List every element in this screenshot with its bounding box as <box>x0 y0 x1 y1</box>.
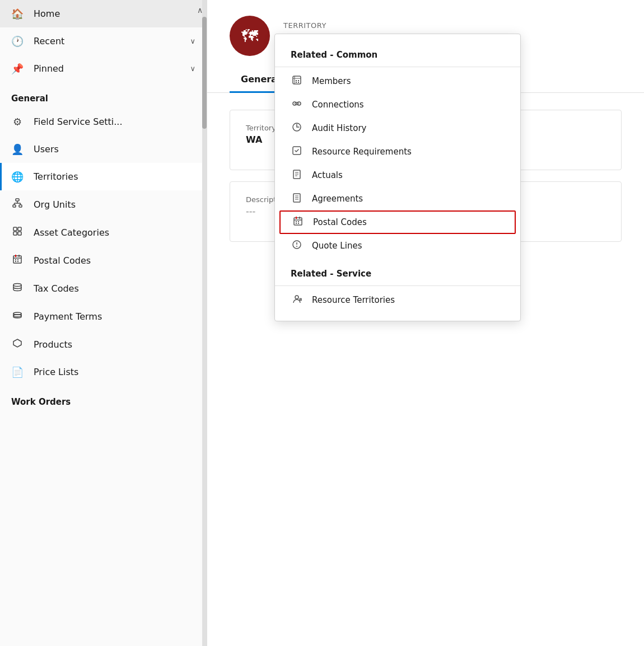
agreements-label: Agreements <box>312 194 363 204</box>
svg-rect-50 <box>296 223 297 224</box>
postal-codes-dropdown-label: Postal Codes <box>313 217 367 227</box>
dropdown-common-title: Related - Common <box>275 43 520 64</box>
sidebar-home-label: Home <box>34 8 195 19</box>
sidebar-item-recent[interactable]: 🕐 Recent ∨ <box>0 27 207 55</box>
sidebar-scroll-up[interactable]: ∧ <box>193 0 207 20</box>
sidebar-work-orders-title: Work Orders <box>0 386 207 411</box>
sidebar-item-tax-codes[interactable]: Tax Codes <box>0 274 207 302</box>
svg-rect-0 <box>16 199 19 201</box>
connections-icon <box>291 99 303 111</box>
record-type-label: TERRITORY <box>283 21 326 30</box>
sidebar-org-units-label: Org Units <box>34 199 195 210</box>
asset-categories-icon <box>11 226 24 238</box>
resource-requirements-icon <box>291 146 303 158</box>
dropdown-item-agreements[interactable]: Agreements <box>275 187 520 210</box>
dropdown-item-postal-codes[interactable]: Postal Codes <box>279 210 516 234</box>
quote-lines-label: Quote Lines <box>312 241 362 251</box>
sidebar-general-title: General <box>0 82 207 108</box>
dropdown-item-resource-territories[interactable]: Resource Territories <box>275 288 520 312</box>
svg-point-55 <box>295 296 298 299</box>
payment-terms-icon <box>11 310 24 322</box>
sidebar-item-field-service-settings[interactable]: ⚙ Field Service Setti... <box>0 108 207 135</box>
svg-point-19 <box>13 284 21 287</box>
svg-rect-2 <box>19 205 22 207</box>
sidebar-asset-categories-label: Asset Categories <box>34 227 195 238</box>
sidebar-item-payment-terms[interactable]: Payment Terms <box>0 302 207 330</box>
dropdown-item-audit-history[interactable]: Audit History <box>275 116 520 140</box>
svg-point-21 <box>13 315 21 317</box>
recent-icon: 🕐 <box>11 35 24 47</box>
dropdown-item-actuals[interactable]: Actuals <box>275 163 520 187</box>
dropdown-item-quote-lines[interactable]: Quote Lines <box>275 234 520 258</box>
sidebar-item-territories[interactable]: 🌐 Territories <box>0 163 207 190</box>
org-units-icon <box>11 198 24 210</box>
sidebar-item-asset-categories[interactable]: Asset Categories <box>0 218 207 246</box>
divider-2 <box>275 285 520 286</box>
sidebar-users-label: Users <box>34 144 195 155</box>
sidebar-pinned-label: Pinned <box>34 63 180 74</box>
pinned-chevron-icon: ∨ <box>190 64 195 73</box>
sidebar-item-postal-codes[interactable]: Postal Codes <box>0 246 207 274</box>
sidebar-item-products[interactable]: Products <box>0 330 207 358</box>
svg-rect-7 <box>13 227 17 231</box>
dropdown-item-members[interactable]: Members <box>275 69 520 93</box>
sidebar-item-users[interactable]: 👤 Users <box>0 135 207 163</box>
svg-rect-17 <box>15 261 16 262</box>
agreements-icon <box>291 193 303 205</box>
svg-rect-8 <box>18 227 21 231</box>
home-icon: 🏠 <box>11 8 24 20</box>
members-icon <box>291 75 303 87</box>
dropdown-panel: Related - Common Members <box>274 34 521 321</box>
audit-history-icon <box>291 122 303 134</box>
dropdown-service-title: Related - Service <box>275 262 520 283</box>
sidebar-territories-label: Territories <box>34 171 195 182</box>
sidebar-tax-codes-label: Tax Codes <box>34 283 195 294</box>
members-label: Members <box>312 76 351 86</box>
actuals-label: Actuals <box>312 170 343 180</box>
tax-codes-icon <box>11 282 24 294</box>
dropdown-item-resource-requirements[interactable]: Resource Requirements <box>275 140 520 163</box>
sidebar-payment-terms-label: Payment Terms <box>34 311 195 322</box>
dropdown-item-connections[interactable]: Connections <box>275 93 520 116</box>
sidebar-recent-label: Recent <box>34 36 180 46</box>
svg-rect-51 <box>298 223 299 224</box>
recent-chevron-icon: ∨ <box>190 37 195 45</box>
svg-rect-1 <box>13 205 16 207</box>
svg-rect-15 <box>15 259 16 260</box>
svg-rect-16 <box>17 259 18 260</box>
resource-territories-icon <box>291 294 303 306</box>
price-lists-icon: 📄 <box>11 366 24 378</box>
sidebar-products-label: Products <box>34 339 195 350</box>
svg-rect-31 <box>298 82 299 83</box>
main-content: 🗺 TERRITORY WA General Related Territory… <box>207 0 644 646</box>
pinned-icon: 📌 <box>11 63 24 74</box>
divider-1 <box>275 67 520 67</box>
sidebar-postal-codes-label: Postal Codes <box>34 255 195 266</box>
svg-rect-28 <box>296 80 297 81</box>
territories-icon: 🌐 <box>11 171 24 182</box>
sidebar-item-home[interactable]: 🏠 Home <box>0 0 207 27</box>
svg-point-54 <box>296 246 297 247</box>
svg-marker-24 <box>13 339 21 347</box>
svg-rect-30 <box>296 82 297 83</box>
gear-icon: ⚙ <box>11 116 24 128</box>
svg-rect-48 <box>296 221 297 222</box>
avatar-icon: 🗺 <box>241 26 258 46</box>
svg-rect-49 <box>298 221 299 222</box>
audit-history-label: Audit History <box>312 123 366 133</box>
postal-codes-icon <box>11 254 24 266</box>
postal-codes-dropdown-icon <box>292 216 304 228</box>
svg-rect-10 <box>18 232 21 235</box>
quote-lines-icon <box>291 240 303 252</box>
sidebar-item-pinned[interactable]: 📌 Pinned ∨ <box>0 55 207 82</box>
svg-rect-18 <box>17 261 18 262</box>
products-icon <box>11 338 24 350</box>
sidebar-item-org-units[interactable]: Org Units <box>0 190 207 218</box>
connections-label: Connections <box>312 100 364 110</box>
record-avatar: 🗺 <box>230 16 270 56</box>
svg-rect-29 <box>298 80 299 81</box>
sidebar-item-price-lists[interactable]: 📄 Price Lists <box>0 358 207 386</box>
actuals-icon <box>291 169 303 181</box>
user-icon: 👤 <box>11 143 24 155</box>
sidebar-price-lists-label: Price Lists <box>34 367 195 377</box>
